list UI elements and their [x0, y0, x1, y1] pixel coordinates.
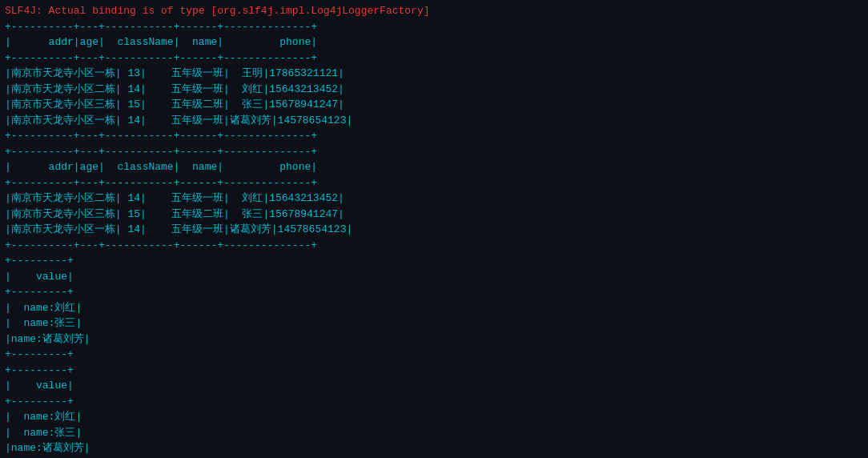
terminal-line-14: |南京市天龙寺小区三栋| 15| 五年级二班| 张三|15678941247| [5, 207, 863, 223]
terminal-line-32: | name:张三| [5, 425, 863, 441]
terminal-line-10: +----------+---+-----------+------+-----… [5, 144, 863, 160]
terminal-line-33: |name:诸葛刘芳| [5, 440, 863, 456]
terminal-line-30: +---------+ [5, 394, 863, 410]
terminal-line-25: +---------+ [5, 347, 863, 363]
terminal-line-19: +---------+ [5, 253, 863, 269]
terminal-window: SLF4J: Actual binding is of type [org.sl… [0, 0, 868, 458]
terminal-line-31: | name:刘红| [5, 409, 863, 425]
terminal-line-28: +---------+ [5, 363, 863, 379]
terminal-line-20: | value| [5, 269, 863, 285]
terminal-line-23: | name:张三| [5, 315, 863, 331]
terminal-line-0: SLF4J: Actual binding is of type [org.sl… [5, 3, 863, 19]
terminal-line-22: | name:刘红| [5, 300, 863, 316]
terminal-line-12: +----------+---+-----------+------+-----… [5, 175, 863, 191]
terminal-line-29: | value| [5, 378, 863, 394]
terminal-line-4: |南京市天龙寺小区一栋| 13| 五年级一班| 王明|17865321121| [5, 66, 863, 82]
terminal-line-7: |南京市天龙寺小区一栋| 14| 五年级一班|诸葛刘芳|14578654123| [5, 113, 863, 129]
terminal-line-3: +----------+---+-----------+------+-----… [5, 50, 863, 66]
terminal-line-13: |南京市天龙寺小区二栋| 14| 五年级一班| 刘红|15643213452| [5, 191, 863, 207]
terminal-line-16: +----------+---+-----------+------+-----… [5, 238, 863, 254]
terminal-line-1: +----------+---+-----------+------+-----… [5, 19, 863, 35]
terminal-line-2: | addr|age| className| name| phone| [5, 34, 863, 50]
terminal-line-15: |南京市天龙寺小区一栋| 14| 五年级一班|诸葛刘芳|14578654123| [5, 222, 863, 238]
terminal-line-24: |name:诸葛刘芳| [5, 331, 863, 348]
terminal-line-11: | addr|age| className| name| phone| [5, 159, 863, 175]
terminal-line-6: |南京市天龙寺小区三栋| 15| 五年级二班| 张三|15678941247| [5, 97, 863, 113]
terminal-line-21: +---------+ [5, 284, 863, 300]
terminal-line-8: +----------+---+-----------+------+-----… [5, 128, 863, 144]
terminal-line-5: |南京市天龙寺小区二栋| 14| 五年级一班| 刘红|15643213452| [5, 82, 863, 98]
